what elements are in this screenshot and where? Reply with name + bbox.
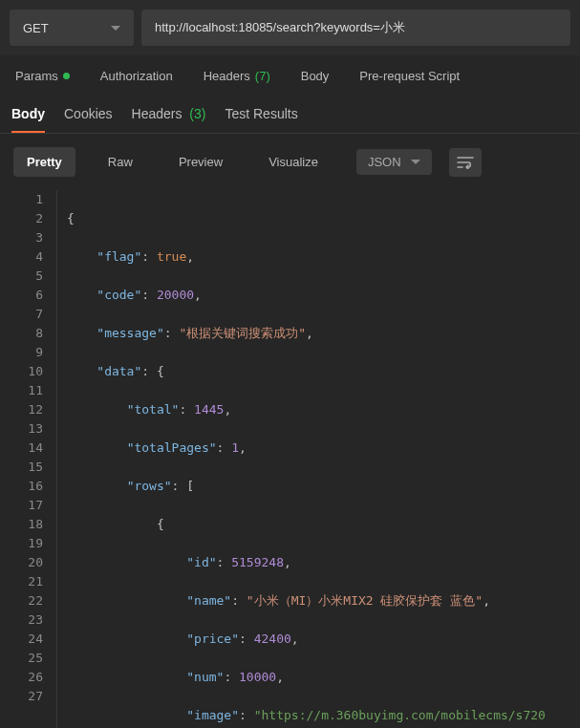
resp-headers-count: (3) xyxy=(189,106,205,121)
method-select[interactable]: GET xyxy=(10,10,134,46)
method-value: GET xyxy=(23,21,49,35)
url-value: http://localhost:18085/search?keywords=小… xyxy=(155,19,405,36)
chevron-down-icon xyxy=(111,26,120,31)
wrap-icon xyxy=(457,156,474,169)
format-select[interactable]: JSON xyxy=(356,149,432,175)
url-input[interactable]: http://localhost:18085/search?keywords=小… xyxy=(141,10,570,46)
resp-tab-headers[interactable]: Headers (3) xyxy=(132,106,206,133)
view-pretty[interactable]: Pretty xyxy=(13,147,75,177)
view-visualize[interactable]: Visualize xyxy=(255,147,332,177)
line-gutter: 1234567891011121314151617181920212223242… xyxy=(0,190,57,728)
response-body[interactable]: 1234567891011121314151617181920212223242… xyxy=(0,190,580,728)
wrap-line-button[interactable] xyxy=(449,148,482,177)
response-tabs: Body Cookies Headers (3) Test Results xyxy=(0,89,580,134)
tab-body[interactable]: Body xyxy=(301,69,330,83)
resp-tab-body[interactable]: Body xyxy=(11,106,45,133)
view-mode-row: Pretty Raw Preview Visualize JSON xyxy=(0,134,580,190)
request-tabs: Params Authorization Headers (7) Body Pr… xyxy=(0,55,580,83)
view-raw[interactable]: Raw xyxy=(95,147,146,177)
params-dot-icon xyxy=(63,73,70,79)
chevron-down-icon xyxy=(411,160,420,164)
tab-headers[interactable]: Headers (7) xyxy=(204,69,270,83)
resp-tab-cookies[interactable]: Cookies xyxy=(64,106,113,133)
resp-tab-testresults[interactable]: Test Results xyxy=(225,106,297,133)
view-preview[interactable]: Preview xyxy=(165,147,236,177)
tab-authorization[interactable]: Authorization xyxy=(100,69,173,83)
tab-prerequest[interactable]: Pre-request Script xyxy=(359,69,460,83)
headers-count: (7) xyxy=(255,69,270,83)
tab-params[interactable]: Params xyxy=(15,69,70,83)
code-lines: { "flag": true, "code": 20000, "message"… xyxy=(57,190,580,728)
